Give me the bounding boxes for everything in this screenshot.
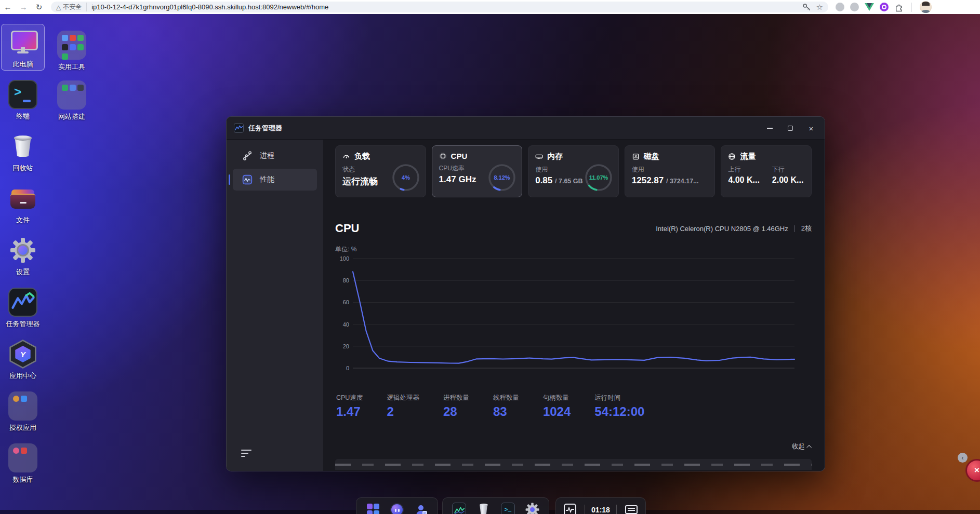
helper-floating-badge[interactable]: × (965, 459, 980, 482)
website-build-icon (57, 80, 86, 110)
desktop-icon-this-pc[interactable]: 此电脑 (1, 24, 45, 71)
taskbar-separator (616, 505, 617, 514)
stat-logical-processors: 逻辑处理器2 (387, 394, 419, 419)
performance-pulse-icon (242, 174, 253, 185)
database-icon (8, 443, 37, 472)
bookmark-star-icon[interactable]: ☆ (816, 3, 823, 12)
taskbar-task-manager-icon[interactable] (452, 502, 467, 514)
close-button[interactable]: × (801, 117, 822, 140)
load-gauge-icon (342, 153, 350, 160)
password-key-icon[interactable] (802, 3, 811, 11)
security-chip[interactable]: △ 不安全 (56, 3, 87, 11)
meta-divider (794, 225, 795, 232)
card-cpu[interactable]: CPU CPU速率 1.47 GHz 8.12% (432, 145, 523, 197)
chevron-up-icon (806, 445, 812, 450)
toolbar-divider (911, 3, 912, 12)
app-grid-icon[interactable] (365, 502, 381, 514)
traffic-down-label: 下行 (772, 165, 803, 174)
card-disk-label: 使用 (632, 165, 708, 174)
task-manager-window: 任务管理器 × (226, 116, 825, 471)
assistant-icon[interactable] (389, 502, 405, 514)
svg-text:20: 20 (343, 343, 349, 349)
desktop-icon-website-build[interactable]: 网站搭建 (50, 76, 94, 123)
stat-handle-count: 句柄数量1024 (543, 394, 571, 419)
desktop-icon-settings[interactable]: 设置 (1, 232, 45, 278)
card-disk[interactable]: 磁盘 使用 1252.87 / 3724.17... (625, 145, 716, 197)
active-indicator-bar (229, 174, 230, 185)
memory-gauge-ring: 11.07% (584, 163, 613, 192)
back-icon[interactable]: ← (0, 3, 16, 11)
svg-text:60: 60 (343, 299, 349, 305)
svg-text:0: 0 (346, 365, 349, 371)
stat-cpu-speed: CPU速度1.47 (336, 394, 363, 419)
desktop-icon-recycle-bin[interactable]: 回收站 (1, 128, 45, 174)
desktop-icon-terminal[interactable]: 终端 (1, 76, 45, 123)
desktop-icon-label: 回收站 (2, 164, 44, 173)
svg-text:11.07%: 11.07% (589, 174, 608, 181)
extensions-puzzle-icon[interactable] (894, 3, 904, 12)
taskbar-trash-icon[interactable] (476, 502, 492, 514)
sidebar-item-processes[interactable]: 进程 (233, 145, 317, 167)
utilities-icon (57, 31, 86, 60)
vue-devtools-icon[interactable] (865, 3, 874, 11)
sidebar-filter-icon[interactable] (241, 450, 253, 458)
app-center-icon (8, 340, 37, 369)
maximize-button[interactable] (780, 117, 801, 140)
desktop-icon-label: 应用中心 (2, 371, 44, 381)
cpu-stats-row: CPU速度1.47 逻辑处理器2 进程数量28 线程数量83 句柄数量1024 … (336, 394, 644, 419)
browser-toolbar: ← → ↻ △ 不安全 ip10-0-12-4-d7k1grhnvorg01pl… (0, 0, 980, 14)
disk-drive-icon (632, 153, 640, 160)
desktop-icon-label: 终端 (2, 112, 44, 121)
cpu-meta: Intel(R) Celeron(R) CPU N2805 @ 1.46GHz … (656, 224, 812, 233)
url-text[interactable]: ip10-0-12-4-d7k1grhnvorg01pl6fq0-8090.ss… (91, 3, 798, 11)
address-bar[interactable]: △ 不安全 ip10-0-12-4-d7k1grhnvorg01pl6fq0-8… (51, 2, 828, 12)
profile-avatar[interactable] (920, 1, 932, 13)
card-load-title: 负载 (354, 152, 370, 161)
taskbar-terminal-icon[interactable]: >_ (500, 502, 515, 514)
card-load[interactable]: 负载 状态 运行流畅 4% (335, 145, 426, 197)
files-icon (8, 184, 37, 213)
stat-process-count: 进程数量28 (443, 394, 469, 419)
desktop-icon-utilities[interactable]: 实用工具 (50, 26, 94, 73)
taskbar-settings-icon[interactable] (524, 502, 540, 514)
window-title: 任务管理器 (248, 124, 282, 133)
taskbar-group-launcher (356, 497, 438, 514)
helper-collapse-chevron-icon[interactable]: ‹ (958, 453, 968, 463)
warning-icon: △ (56, 4, 61, 11)
traffic-up-label: 上行 (728, 165, 759, 174)
desktop-icon-files[interactable]: 文件 (1, 180, 45, 226)
desktop-icon-database[interactable]: 数据库 (1, 439, 45, 486)
forward-icon[interactable]: → (16, 3, 31, 11)
reload-icon[interactable]: ↻ (31, 3, 47, 12)
cpu-section-title: CPU (335, 222, 359, 235)
cpu-model: Intel(R) Celeron(R) CPU N2805 @ 1.46GHz (656, 225, 788, 233)
collapse-toggle[interactable]: 收起 (792, 442, 812, 451)
performance-panel: 负载 状态 运行流畅 4% CPU (323, 140, 825, 471)
window-titlebar[interactable]: 任务管理器 × (227, 117, 825, 140)
activity-widget-icon[interactable] (562, 502, 578, 514)
desktop-icon-label: 授权应用 (2, 423, 44, 432)
sidebar-item-performance[interactable]: 性能 (233, 169, 317, 191)
desktop-icon-authorized-apps[interactable]: 授权应用 (1, 387, 45, 434)
clipped-detail-panel (335, 459, 812, 470)
desktop-icon-app-center[interactable]: 应用中心 (1, 335, 45, 382)
desktop-icon-task-manager[interactable]: 任务管理器 (1, 283, 45, 330)
display-settings-icon[interactable] (624, 502, 639, 514)
load-gauge-ring: 4% (391, 163, 420, 192)
gray-extension-icon[interactable] (850, 3, 859, 11)
desktop-icon-label: 实用工具 (50, 62, 93, 72)
clock[interactable]: 01:18 (591, 506, 610, 514)
taskbar-separator (585, 505, 585, 514)
memory-ram-icon (535, 153, 543, 160)
cpu-usage-chart: 020406080100 (335, 253, 813, 378)
svg-text:4%: 4% (402, 174, 410, 181)
card-cpu-title: CPU (451, 152, 468, 160)
globe-extension-icon[interactable] (836, 3, 844, 11)
contacts-icon[interactable] (414, 502, 429, 514)
cpu-cores: 2核 (801, 224, 812, 233)
card-traffic[interactable]: 流量 上行 4.00 K... 下行 2.00 K... (721, 145, 812, 197)
purple-extension-icon[interactable] (880, 3, 889, 11)
minimize-button[interactable] (759, 117, 780, 140)
window-sidebar: 进程 性能 (227, 140, 323, 471)
card-memory[interactable]: 内存 使用 0.85 / 7.65 GB 11.07% (528, 145, 619, 197)
